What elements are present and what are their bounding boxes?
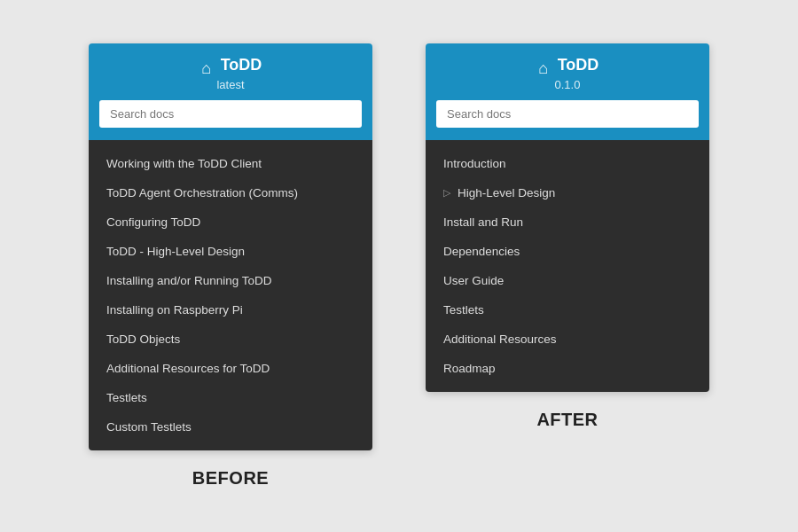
before-nav-label-0: Working with the ToDD Client: [106, 157, 262, 170]
before-nav-item-9[interactable]: Custom Testlets: [89, 412, 372, 442]
before-nav-label-4: Installing and/or Running ToDD: [106, 274, 272, 287]
expand-icon-after-1: ▷: [443, 187, 450, 199]
after-nav-label-6: Additional Resources: [443, 332, 557, 346]
before-nav-item-5[interactable]: Installing on Raspberry Pi: [89, 295, 372, 325]
before-nav-item-6[interactable]: ToDD Objects: [89, 325, 372, 354]
before-nav-label-5: Installing on Raspberry Pi: [106, 303, 243, 317]
after-version: 0.1.0: [436, 78, 699, 91]
after-nav-item-0[interactable]: Introduction: [426, 149, 709, 178]
after-nav-item-3[interactable]: Dependencies: [426, 237, 709, 266]
before-nav-item-0[interactable]: Working with the ToDD Client: [89, 149, 372, 178]
after-nav-label-1: High-Level Design: [458, 186, 555, 200]
after-nav-label-3: Dependencies: [443, 245, 520, 258]
before-nav-label-3: ToDD - High-Level Design: [106, 245, 245, 258]
after-nav-label-0: Introduction: [443, 157, 506, 170]
before-nav-item-2[interactable]: Configuring ToDD: [89, 207, 372, 237]
after-nav-item-5[interactable]: Testlets: [426, 295, 709, 325]
before-nav-label-9: Custom Testlets: [106, 420, 192, 434]
after-nav-item-7[interactable]: Roadmap: [426, 354, 709, 383]
before-label: BEFORE: [192, 468, 269, 489]
before-nav-item-1[interactable]: ToDD Agent Orchestration (Comms): [89, 178, 372, 207]
after-home-icon: [536, 59, 551, 72]
before-nav-label-8: Testlets: [106, 391, 147, 404]
before-title-row: ToDD: [99, 56, 362, 74]
before-title: ToDD: [221, 56, 262, 74]
before-nav-label-2: Configuring ToDD: [106, 215, 200, 229]
before-nav-label-6: ToDD Objects: [106, 332, 180, 346]
after-nav-list: Introduction▷High-Level DesignInstall an…: [426, 140, 709, 392]
before-search-input[interactable]: [99, 100, 362, 128]
after-nav-item-1[interactable]: ▷High-Level Design: [426, 178, 709, 207]
before-panel-wrapper: ToDD latest Working with the ToDD Client…: [89, 43, 372, 489]
after-nav-label-2: Install and Run: [443, 215, 523, 229]
before-version: latest: [99, 78, 362, 91]
after-title: ToDD: [558, 56, 599, 74]
before-panel: ToDD latest Working with the ToDD Client…: [89, 43, 372, 450]
after-nav-label-4: User Guide: [443, 274, 504, 287]
after-nav-item-2[interactable]: Install and Run: [426, 207, 709, 237]
before-nav-item-4[interactable]: Installing and/or Running ToDD: [89, 266, 372, 295]
after-nav-label-5: Testlets: [443, 303, 484, 317]
before-nav-label-1: ToDD Agent Orchestration (Comms): [106, 186, 298, 200]
before-nav-item-3[interactable]: ToDD - High-Level Design: [89, 237, 372, 266]
after-nav-item-6[interactable]: Additional Resources: [426, 325, 709, 354]
after-nav-label-7: Roadmap: [443, 362, 496, 375]
before-nav-list: Working with the ToDD ClientToDD Agent O…: [89, 140, 372, 450]
after-title-row: ToDD: [436, 56, 699, 74]
after-search-input[interactable]: [436, 100, 699, 128]
after-header: ToDD 0.1.0: [426, 43, 709, 140]
before-nav-item-8[interactable]: Testlets: [89, 383, 372, 412]
after-nav-item-4[interactable]: User Guide: [426, 266, 709, 295]
after-panel: ToDD 0.1.0 Introduction▷High-Level Desig…: [426, 43, 709, 392]
after-label: AFTER: [536, 410, 598, 430]
before-home-icon: [200, 59, 214, 72]
main-container: ToDD latest Working with the ToDD Client…: [0, 26, 798, 506]
before-header: ToDD latest: [89, 43, 372, 140]
before-nav-label-7: Additional Resources for ToDD: [106, 362, 270, 375]
after-panel-wrapper: ToDD 0.1.0 Introduction▷High-Level Desig…: [426, 43, 709, 430]
before-nav-item-7[interactable]: Additional Resources for ToDD: [89, 354, 372, 383]
